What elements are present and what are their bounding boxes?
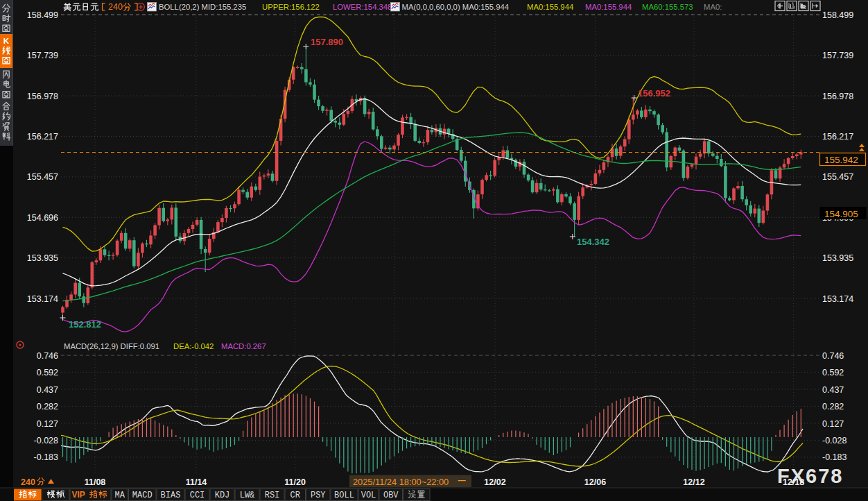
svg-text:11/14: 11/14 bbox=[186, 477, 207, 487]
svg-text:12/02: 12/02 bbox=[484, 477, 505, 487]
svg-text:240: 240 bbox=[108, 2, 123, 12]
svg-text:158.499: 158.499 bbox=[27, 10, 58, 20]
svg-text:-0.183: -0.183 bbox=[34, 452, 58, 462]
svg-text:153.935: 153.935 bbox=[27, 253, 58, 263]
svg-text:MA(0,0,0,60,0,0) MA0:155.944: MA(0,0,0,60,0,0) MA0:155.944 bbox=[402, 3, 509, 11]
svg-text:153.174: 153.174 bbox=[27, 294, 58, 304]
svg-text:153.935: 153.935 bbox=[822, 253, 853, 263]
svg-text:156.978: 156.978 bbox=[822, 92, 853, 101]
svg-text:MACD: MACD bbox=[132, 491, 153, 500]
svg-text:MACD:0.267: MACD:0.267 bbox=[221, 342, 266, 350]
svg-text:12/06: 12/06 bbox=[584, 477, 606, 487]
svg-text:K: K bbox=[3, 37, 10, 45]
svg-text:0.437: 0.437 bbox=[822, 385, 844, 395]
svg-text:VIP: VIP bbox=[72, 490, 85, 500]
svg-text:BOLL: BOLL bbox=[334, 491, 354, 500]
svg-text:MA0:155.944: MA0:155.944 bbox=[585, 3, 632, 11]
svg-text:-0.183: -0.183 bbox=[822, 452, 847, 462]
svg-text:MA60:155.573: MA60:155.573 bbox=[642, 3, 693, 11]
svg-text:154.342: 154.342 bbox=[577, 237, 609, 247]
svg-text:2025/11/24 18:00~22:00: 2025/11/24 18:00~22:00 bbox=[353, 477, 449, 487]
svg-text:MACD(26,12,9) DIFF:0.091: MACD(26,12,9) DIFF:0.091 bbox=[64, 342, 159, 350]
svg-text:-0.028: -0.028 bbox=[34, 436, 58, 445]
svg-text:156.978: 156.978 bbox=[27, 92, 58, 101]
svg-text:157.739: 157.739 bbox=[822, 51, 853, 60]
svg-text:156.217: 156.217 bbox=[27, 132, 58, 142]
svg-text:MA0:155.944: MA0:155.944 bbox=[527, 3, 573, 11]
svg-text:VOL: VOL bbox=[361, 491, 376, 500]
svg-text:BIAS: BIAS bbox=[161, 491, 181, 500]
svg-text:UPPER:156.122: UPPER:156.122 bbox=[262, 3, 320, 11]
svg-text:MA0:: MA0: bbox=[704, 3, 722, 11]
svg-text:152.812: 152.812 bbox=[69, 319, 101, 330]
svg-text:156.952: 156.952 bbox=[638, 88, 670, 99]
svg-text:0.282: 0.282 bbox=[37, 402, 58, 411]
svg-text:154.905: 154.905 bbox=[824, 209, 858, 219]
svg-text:12/12: 12/12 bbox=[683, 477, 704, 487]
svg-text:0.592: 0.592 bbox=[37, 368, 58, 377]
svg-text:11/20: 11/20 bbox=[284, 477, 306, 487]
svg-text:157.739: 157.739 bbox=[27, 51, 58, 60]
svg-text:0.282: 0.282 bbox=[822, 402, 844, 411]
svg-text:CCI: CCI bbox=[190, 491, 205, 500]
svg-text:154.696: 154.696 bbox=[27, 213, 58, 223]
svg-text:-0.028: -0.028 bbox=[822, 436, 847, 445]
svg-text:240: 240 bbox=[21, 477, 35, 487]
svg-text:153.174: 153.174 bbox=[822, 294, 853, 304]
svg-text:12/18: 12/18 bbox=[783, 477, 804, 487]
svg-text:OBV: OBV bbox=[383, 491, 399, 500]
svg-text:0.127: 0.127 bbox=[822, 419, 844, 429]
svg-text:KDJ: KDJ bbox=[215, 491, 230, 500]
svg-text:0.746: 0.746 bbox=[37, 351, 58, 361]
svg-text:155.457: 155.457 bbox=[27, 172, 58, 182]
svg-text:LW&: LW& bbox=[240, 491, 255, 500]
svg-text:157.890: 157.890 bbox=[311, 37, 343, 47]
svg-text:155.457: 155.457 bbox=[822, 172, 853, 182]
svg-text:0.437: 0.437 bbox=[37, 385, 58, 395]
svg-text:11/08: 11/08 bbox=[85, 477, 106, 487]
svg-text:LOWER:154.348: LOWER:154.348 bbox=[333, 3, 392, 11]
svg-text:0.746: 0.746 bbox=[822, 351, 844, 361]
svg-text:DEA:-0.042: DEA:-0.042 bbox=[173, 342, 214, 350]
svg-text:PSY: PSY bbox=[311, 491, 326, 500]
svg-text:156.217: 156.217 bbox=[822, 132, 853, 142]
svg-text:BOLL(20,2) MID:155.235: BOLL(20,2) MID:155.235 bbox=[159, 3, 246, 11]
svg-text:155.942: 155.942 bbox=[824, 155, 858, 165]
svg-text:RSI: RSI bbox=[265, 491, 280, 500]
svg-text:0.127: 0.127 bbox=[37, 419, 58, 429]
svg-text:0.592: 0.592 bbox=[822, 368, 844, 377]
svg-text:158.499: 158.499 bbox=[822, 10, 853, 20]
svg-text:CR: CR bbox=[290, 491, 300, 500]
svg-text:MA: MA bbox=[115, 491, 125, 500]
